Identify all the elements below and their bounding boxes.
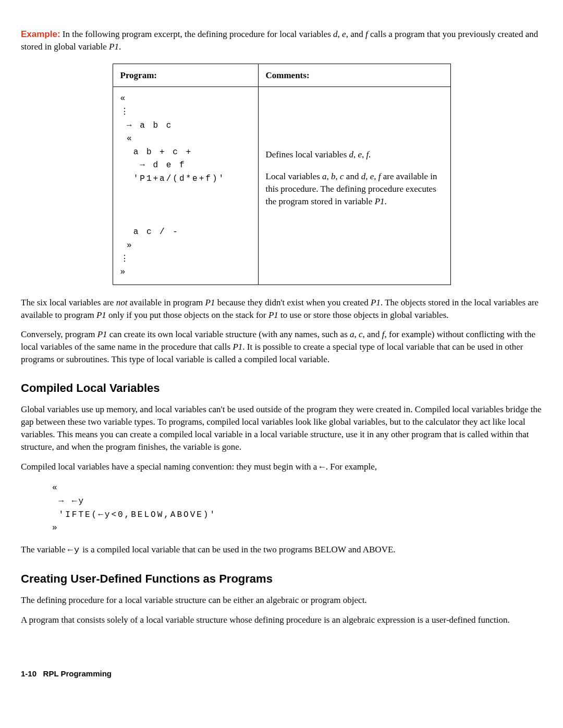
left-arrow-symbol: ← (320, 462, 326, 472)
var-e: e (342, 29, 346, 39)
clv-para3: The variable ←y is a compiled local vari… (21, 544, 542, 557)
comment-defines: Defines local variables d, e, f. (266, 149, 443, 161)
clv-para1: Global variables use up memory, and loca… (21, 403, 542, 453)
heading-user-defined-functions: Creating User-Defined Functions as Progr… (21, 571, 542, 587)
para-not-available: The six local variables are not availabl… (21, 297, 542, 322)
udf-para1: The defining procedure for a local varia… (21, 594, 542, 607)
comma: , and (346, 29, 365, 39)
example-text-1: In the following program excerpt, the de… (60, 29, 334, 39)
header-program: Program: (113, 64, 258, 87)
heading-compiled-local-variables: Compiled Local Variables (21, 380, 542, 397)
comment-available: Local variables a, b, c and d, e, f are … (266, 170, 443, 207)
clv-code-example: « → ←y 'IFTE(←y<0,BELOW,ABOVE)' » (52, 482, 542, 535)
period: . (119, 42, 121, 52)
header-comments: Comments: (258, 64, 450, 87)
page-number: 1-10 (21, 669, 36, 678)
program-table: Program: Comments: « ⋮ → a b c « a b + c… (113, 64, 451, 285)
comma: , (338, 29, 342, 39)
clv-para2: Compiled local variables have a special … (21, 461, 542, 474)
para-conversely: Conversely, program P1 can create its ow… (21, 328, 542, 365)
page-footer: 1-10 RPL Programming (21, 668, 542, 679)
compiled-var-name: ←y (68, 545, 80, 555)
footer-title: RPL Programming (43, 669, 112, 678)
var-p1: P1 (109, 42, 119, 52)
program-code: « ⋮ → a b c « a b + c + → d e f 'P1+a/(d… (120, 92, 251, 279)
udf-para2: A program that consists solely of a loca… (21, 614, 542, 626)
comments-cell: Defines local variables d, e, f. Local v… (258, 87, 450, 285)
example-label: Example: (21, 29, 60, 39)
program-cell: « ⋮ → a b c « a b + c + → d e f 'P1+a/(d… (113, 87, 258, 285)
var-d: d (333, 29, 338, 39)
example-paragraph: Example: In the following program excerp… (21, 28, 542, 53)
